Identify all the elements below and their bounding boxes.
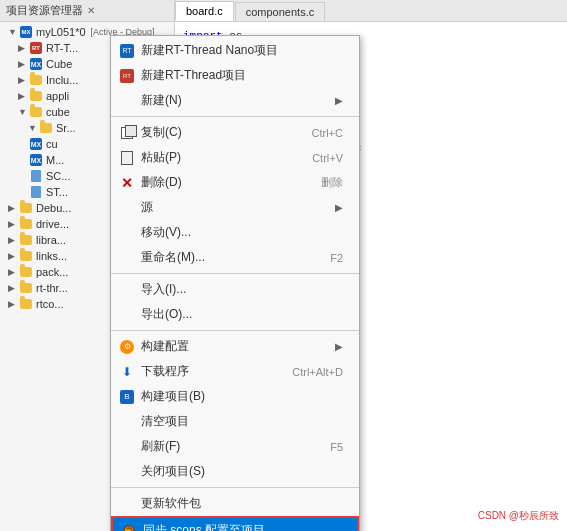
menu-label-paste: 粘贴(P) (141, 149, 181, 166)
tab-board-c[interactable]: board.c (175, 1, 234, 21)
export-icon (119, 307, 135, 323)
tree-label-m-file: M... (46, 154, 64, 166)
st-file-icon (29, 185, 43, 199)
menu-label-move: 移动(V)... (141, 224, 191, 241)
menu-label-new-rt: 新建RT-Thread项目 (141, 67, 246, 84)
tree-label-inclu: Inclu... (46, 74, 78, 86)
folder-rtco-icon (19, 297, 33, 311)
context-menu: RT 新建RT-Thread Nano项目 RT 新建RT-Thread项目 新… (110, 35, 360, 531)
tree-label-rt: RT-T... (46, 42, 78, 54)
build-cfg-arrow: ▶ (335, 341, 343, 352)
menu-item-refresh[interactable]: 刷新(F) F5 (111, 434, 359, 459)
folder-drive-icon (19, 217, 33, 231)
tree-label-pack: pack... (36, 266, 68, 278)
paste-shortcut: Ctrl+V (312, 152, 343, 164)
cu-file-icon: MX (29, 137, 43, 151)
menu-item-import[interactable]: 导入(I)... (111, 277, 359, 302)
folder-inclu-icon (29, 73, 43, 87)
menu-item-close[interactable]: 关闭项目(S) (111, 459, 359, 484)
menu-item-build-proj[interactable]: B 构建项目(B) (111, 384, 359, 409)
tab-components-c[interactable]: components.c (235, 2, 325, 21)
update-pkg-icon (119, 496, 135, 512)
folder-libra-icon (19, 233, 33, 247)
tree-label-sr: Sr... (56, 122, 76, 134)
folder-cube-icon (29, 105, 43, 119)
menu-label-new: 新建(N) (141, 92, 182, 109)
cube-icon: MX (29, 57, 43, 71)
tree-label-cu-file: cu (46, 138, 58, 150)
menu-item-update-pkg[interactable]: 更新软件包 (111, 491, 359, 516)
menu-item-build-cfg[interactable]: ⚙ 构建配置 ▶ (111, 334, 359, 359)
tree-label-appli: appli (46, 90, 69, 102)
tree-arrow-root: ▼ (8, 27, 16, 37)
menu-label-download: 下载程序 (141, 363, 189, 380)
menu-sep-1 (111, 116, 359, 117)
tree-arrow-rtthr: ▶ (8, 283, 16, 293)
menu-item-rename[interactable]: 重命名(M)... F2 (111, 245, 359, 270)
refresh-shortcut: F5 (330, 441, 343, 453)
tree-label-cube-folder: cube (46, 106, 70, 118)
move-icon (119, 225, 135, 241)
copy-icon (119, 125, 135, 141)
menu-item-new[interactable]: 新建(N) ▶ (111, 88, 359, 113)
menu-item-paste[interactable]: 粘贴(P) Ctrl+V (111, 145, 359, 170)
menu-label-import: 导入(I)... (141, 281, 186, 298)
tree-label-libra: libra... (36, 234, 66, 246)
menu-label-update-pkg: 更新软件包 (141, 495, 201, 512)
menu-sep-4 (111, 487, 359, 488)
menu-sep-3 (111, 330, 359, 331)
menu-item-move[interactable]: 移动(V)... (111, 220, 359, 245)
copy-shortcut: Ctrl+C (312, 127, 343, 139)
tree-label-links: links... (36, 250, 67, 262)
tree-arrow-rtco: ▶ (8, 299, 16, 309)
menu-label-export: 导出(O)... (141, 306, 192, 323)
source-icon (119, 200, 135, 216)
menu-item-new-rt[interactable]: RT 新建RT-Thread项目 (111, 63, 359, 88)
clean-icon (119, 414, 135, 430)
new-nano-icon: RT (119, 43, 135, 59)
tab-bar: board.c components.c (175, 0, 567, 22)
folder-pack-icon (19, 265, 33, 279)
project-icon: MX (19, 25, 33, 39)
new-icon (119, 93, 135, 109)
build-cfg-icon: ⚙ (119, 339, 135, 355)
menu-item-copy[interactable]: 复制(C) Ctrl+C (111, 120, 359, 145)
menu-label-delete: 删除(D) (141, 174, 182, 191)
menu-item-sync-scons[interactable]: 同步 scons 配置至项目 (111, 516, 359, 531)
tree-arrow-appli: ▶ (18, 91, 26, 101)
menu-label-refresh: 刷新(F) (141, 438, 180, 455)
menu-label-close: 关闭项目(S) (141, 463, 205, 480)
tree-arrow-pack: ▶ (8, 267, 16, 277)
tree-arrow-cube: ▶ (18, 59, 26, 69)
tree-label-sc-file: SC... (46, 170, 70, 182)
tree-arrow-links: ▶ (8, 251, 16, 261)
menu-item-source[interactable]: 源 ▶ (111, 195, 359, 220)
menu-item-export[interactable]: 导出(O)... (111, 302, 359, 327)
menu-label-new-nano: 新建RT-Thread Nano项目 (141, 42, 278, 59)
import-icon (119, 282, 135, 298)
tree-arrow-libra: ▶ (8, 235, 16, 245)
rename-shortcut: F2 (330, 252, 343, 264)
menu-label-build-cfg: 构建配置 (141, 338, 189, 355)
menu-item-download[interactable]: ⬇ 下载程序 Ctrl+Alt+D (111, 359, 359, 384)
tree-arrow-sr: ▼ (28, 123, 36, 133)
scons-icon (121, 523, 137, 532)
panel-close-button[interactable]: ✕ (87, 5, 95, 16)
delete-icon: ✕ (119, 175, 135, 191)
menu-item-clean[interactable]: 清空项目 (111, 409, 359, 434)
close-proj-icon (119, 464, 135, 480)
tree-arrow-drive: ▶ (8, 219, 16, 229)
tree-label-debug: Debu... (36, 202, 71, 214)
watermark: CSDN @秒辰所致 (478, 509, 559, 523)
menu-label-sync-scons: 同步 scons 配置至项目 (143, 522, 265, 531)
download-icon: ⬇ (119, 364, 135, 380)
menu-item-delete[interactable]: ✕ 删除(D) 删除 (111, 170, 359, 195)
menu-item-new-nano[interactable]: RT 新建RT-Thread Nano项目 (111, 38, 359, 63)
menu-label-clean: 清空项目 (141, 413, 189, 430)
rename-icon (119, 250, 135, 266)
menu-sep-2 (111, 273, 359, 274)
folder-links-icon (19, 249, 33, 263)
folder-sr-icon (39, 121, 53, 135)
menu-label-copy: 复制(C) (141, 124, 182, 141)
folder-appli-icon (29, 89, 43, 103)
